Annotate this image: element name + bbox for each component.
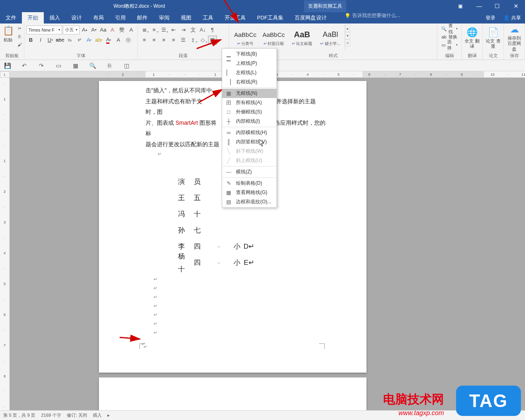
ribbon-display-icon[interactable]: ▣ [455,2,465,10]
font-name-select[interactable]: Times New F ▾ [26,26,62,34]
tab-file[interactable]: 文件 [0,12,22,23]
italic-button[interactable]: I [36,36,45,45]
tab-mailings[interactable]: 邮件 [131,12,153,23]
tab-view[interactable]: 视图 [175,12,197,23]
show-marks-icon[interactable]: ¶ [208,26,217,34]
line-spacing-icon[interactable]: ‡▾ [189,36,197,45]
bold-button[interactable]: B [26,36,35,45]
maximize-button[interactable]: ☐ [489,0,505,12]
titlebar: Word教程2.docx - Word 页眉和页脚工具 ▣ — ☐ ✕ [0,0,525,12]
style-item[interactable]: AaBbCc ↵ 封面日期 [259,25,288,50]
qat-btn[interactable]: ▭ [54,62,62,70]
change-case-icon[interactable]: Aa [99,26,107,34]
strike-button[interactable]: abc [56,36,64,45]
clear-format-icon[interactable]: A [108,26,117,34]
font-color-icon[interactable]: A▾ [104,36,113,45]
translate-icon: 🌐 [467,27,478,38]
tab-home[interactable]: 开始 [22,12,44,23]
qat-btn[interactable]: 🔍 [88,62,96,70]
font-size-select[interactable]: 小五▾ [63,26,79,34]
annotation-arrow-1 [222,0,242,26]
font-label: 字体 [26,52,135,60]
subscript-button[interactable]: x₂ [65,36,74,45]
char-shading-icon[interactable]: A [114,36,123,45]
highlight-icon[interactable]: ab▾ [94,36,103,45]
select-icon: ▭ [441,43,446,48]
check-icon: 📄 [488,27,499,38]
align-center-icon[interactable]: ≡ [150,36,159,45]
close-button[interactable]: ✕ [507,0,525,12]
bottom-border-icon: ▁ [225,51,232,58]
tab-insert[interactable]: 插入 [44,12,66,23]
bullets-icon[interactable]: ≣▾ [140,26,149,34]
tab-references[interactable]: 引用 [109,12,131,23]
numbering-icon[interactable]: ≡▾ [150,26,159,34]
decrease-indent-icon[interactable]: ⇤ [169,26,178,34]
top-border-icon: ▔ [225,60,232,67]
qat-btn[interactable]: ◫ [122,62,131,70]
tell-me-search[interactable]: 💡 告诉我您想要做什么... [345,12,400,19]
underline-button[interactable]: U▾ [46,36,55,45]
styles-more[interactable]: ▴▾≡ [345,25,350,50]
tab-review[interactable]: 审阅 [153,12,175,23]
borders-dropdown-menu: ▁下框线(B) ▔上框线(P) ▏左框线(L) ▕右框线(R) ▦无框线(N) … [222,48,277,71]
check-group: 📄 论文 查重 论文 [483,23,504,60]
menu-top-border[interactable]: ▔上框线(P) [222,59,276,68]
paste-icon[interactable]: 📋 [2,25,14,37]
redo-icon[interactable]: ↷ [37,62,45,70]
style-item[interactable]: AaBbCc ↵ 分类号 [231,25,259,50]
svg-line-0 [224,0,238,22]
shrink-font-icon[interactable]: A▾ [90,26,98,34]
format-painter-icon[interactable]: 🖌 [16,41,23,48]
menu-bottom-border[interactable]: ▁下框线(B) [222,49,276,59]
tab-pdf[interactable]: PDF工具集 [251,12,289,23]
tab-design[interactable]: 设计 [66,12,88,23]
grow-font-icon[interactable]: A▴ [80,26,89,34]
enclose-char-icon[interactable]: ㊥ [124,36,133,45]
share-button[interactable]: 👤 共享 [499,15,525,21]
style-item[interactable]: AaB ↵ 论文标题 [288,25,316,50]
qat-btn[interactable]: ⎘ [105,62,114,70]
save-icon[interactable]: 💾 [3,62,11,70]
superscript-button[interactable]: x² [75,36,84,45]
phonetic-icon[interactable]: 赞 [118,26,126,34]
translate-group: 🌐 全文 翻译 翻译 [462,23,483,60]
tab-layout[interactable]: 布局 [88,12,109,23]
undo-icon[interactable]: ↶ [20,62,28,70]
qat-btn[interactable]: ▦ [71,62,79,70]
text-direction-icon[interactable]: 文 [189,26,197,34]
sort-icon[interactable]: A↓ [198,26,207,34]
left-border-icon: ▏ [225,70,232,72]
distribute-icon[interactable]: ☰ [179,36,188,45]
ribbon-tabs: 文件 开始 插入 设计 布局 引用 邮件 审阅 视图 工具 开发工具 PDF工具… [0,12,525,23]
multilevel-icon[interactable]: ☰▾ [159,26,168,34]
font-group: Times New F ▾ 小五▾ A▴ A▾ Aa A 赞 A B I U▾ … [24,23,138,60]
find-button[interactable]: 🔍查找▾ [439,25,459,33]
minimize-button[interactable]: — [471,0,487,12]
menu-left-border[interactable]: ▏左框线(L) [222,68,276,71]
search-icon: 🔍 [441,26,447,32]
lightbulb-icon: 💡 [345,13,351,19]
tab-header-footer-design[interactable]: 设计 [308,12,335,23]
clipboard-group: 📋 粘贴 ✂ ⎘ 🖌 剪贴板 [0,23,24,60]
select-button[interactable]: ▭选择▾ [439,41,459,49]
paragraph-label: 段落 [140,52,227,60]
align-left-icon[interactable]: ≡ [140,36,149,45]
copy-icon[interactable]: ⎘ [16,33,23,40]
full-translate-button[interactable]: 🌐 全文 翻译 [464,25,480,51]
style-item[interactable]: AaBl ↵ 硕士学... [316,25,345,50]
justify-icon[interactable]: ≡ [169,36,178,45]
align-right-icon[interactable]: ≡ [159,36,168,45]
cut-icon[interactable]: ✂ [16,25,23,32]
plagiarism-check-button[interactable]: 📄 论文 查重 [485,25,501,51]
login-button[interactable]: 登录 [482,15,499,21]
char-border-icon[interactable]: A [127,26,135,34]
save-baidu-button[interactable]: ☁ 保存到 百度网盘 [506,25,523,51]
text-effects-icon[interactable]: A▾ [85,36,94,45]
svg-line-1 [197,40,221,49]
document-title: Word教程2.docx - Word [114,3,165,10]
editing-label: 编辑 [439,52,459,60]
paste-button[interactable]: 粘贴 [4,37,13,43]
tab-tools[interactable]: 工具 [197,12,219,23]
increase-indent-icon[interactable]: ⇥ [179,26,188,34]
